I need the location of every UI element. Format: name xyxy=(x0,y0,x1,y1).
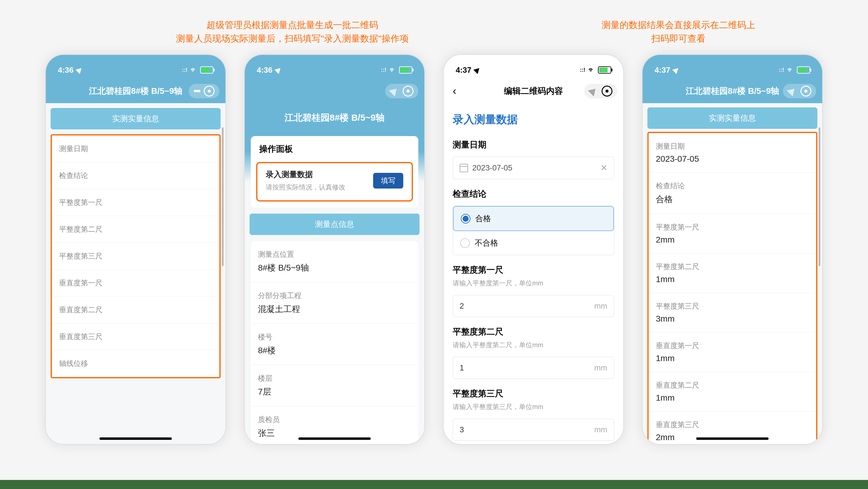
status-time: 4:36 xyxy=(257,65,273,75)
nav-actions[interactable] xyxy=(584,84,617,98)
row-label: 垂直度第二尺 xyxy=(656,380,809,390)
row-value: 8#楼 xyxy=(258,345,411,356)
result-row: 平整度第三尺3mm xyxy=(649,293,816,333)
content: 实测实量信息 测量日期2023-07-05检查结论合格平整度第一尺2mm平整度第… xyxy=(643,103,822,444)
row-label: 垂直度第一尺 xyxy=(656,341,809,350)
phone-4: 4:37 ::!ᯤ 江北碧桂园8#楼 B/5~9轴 实测实量信息 测量日期202… xyxy=(642,54,823,445)
result-row: 检查结论合格 xyxy=(649,173,816,214)
section-header: 测量点信息 xyxy=(250,213,420,235)
phone-2: 4:36 ::!ᯤ 江北碧桂园8#楼 B/5~9轴 操作面板 录入测量数据 请按… xyxy=(244,54,425,445)
send-icon[interactable] xyxy=(588,86,598,96)
f2-value: 1 xyxy=(460,363,594,373)
home-indicator xyxy=(696,437,769,440)
row-label: 测量日期 xyxy=(59,144,212,153)
nav-actions[interactable]: ••• xyxy=(189,84,219,98)
phone-1: 4:36 ::!ᯤ 江北碧桂园8#楼 B/5~9轴 ••• 实测实量信息 测量日… xyxy=(45,54,226,445)
date-label: 测量日期 xyxy=(444,133,623,153)
status-bar: 4:36 ::!ᯤ xyxy=(46,55,225,79)
nav-actions[interactable] xyxy=(783,84,816,98)
form-row: 垂直度第二尺 xyxy=(52,296,219,323)
location-icon xyxy=(673,66,681,74)
info-row: 楼层7层 xyxy=(251,365,418,406)
form-row: 轴线位移 xyxy=(52,350,219,377)
signal-icon: ::! xyxy=(182,67,187,73)
signal-icon: ::! xyxy=(381,67,386,73)
form-row: 平整度第一尺 xyxy=(52,189,219,216)
unit: mm xyxy=(594,425,607,434)
send-icon[interactable] xyxy=(786,86,797,96)
wifi-icon: ᯤ xyxy=(787,66,794,74)
radio-label: 合格 xyxy=(475,213,491,224)
f1-input[interactable]: 2mm xyxy=(453,295,614,317)
form-row: 垂直度第一尺 xyxy=(52,270,219,296)
page-title: 江北碧桂园8#楼 B/5~9轴 xyxy=(245,103,424,130)
nav-actions[interactable] xyxy=(385,84,418,98)
caption-left: 超级管理员根据测量点批量生成一批二维码 测量人员现场实际测量后，扫码填写"录入测… xyxy=(90,18,494,45)
target-icon[interactable] xyxy=(601,86,613,96)
row-label: 平整度第一尺 xyxy=(59,198,212,207)
item-sub: 请按照实际情况，认真修改 xyxy=(266,183,345,192)
clear-icon[interactable]: ✕ xyxy=(600,163,607,173)
location-icon xyxy=(76,66,84,74)
content: 江北碧桂园8#楼 B/5~9轴 操作面板 录入测量数据 请按照实际情况，认真修改… xyxy=(245,103,424,444)
f3-value: 3 xyxy=(460,425,594,434)
result-row: 平整度第一尺2mm xyxy=(649,214,816,253)
row-label: 测量点位置 xyxy=(258,250,411,259)
section-header: 实测实量信息 xyxy=(647,107,817,129)
row-label: 测量日期 xyxy=(656,142,809,151)
result-row: 测量日期2023-07-05 xyxy=(649,133,816,173)
form-title: 录入测量数据 xyxy=(444,103,623,133)
scrollbar[interactable] xyxy=(222,127,224,266)
status-right: ::!ᯤ xyxy=(381,66,412,74)
fill-button[interactable]: 填写 xyxy=(373,173,403,189)
result-row: 垂直度第二尺1mm xyxy=(649,372,816,411)
operation-panel: 操作面板 录入测量数据 请按照实际情况，认真修改 填写 xyxy=(251,136,418,207)
calendar-icon xyxy=(460,164,468,172)
row-label: 垂直度第一尺 xyxy=(59,278,212,288)
f3-input[interactable]: 3mm xyxy=(453,419,614,441)
section-header: 实测实量信息 xyxy=(51,108,221,130)
signal-icon: ::! xyxy=(580,67,585,73)
date-input[interactable]: 2023-07-05 ✕ xyxy=(453,156,614,179)
target-icon[interactable] xyxy=(801,86,811,96)
row-value: 合格 xyxy=(656,194,809,205)
row-value: 1mm xyxy=(656,275,809,284)
panel-title: 操作面板 xyxy=(251,136,418,158)
row-value: 1mm xyxy=(656,353,809,363)
caption-left-l1: 超级管理员根据测量点批量生成一批二维码 xyxy=(90,18,494,32)
send-icon[interactable] xyxy=(389,86,399,96)
more-icon[interactable]: ••• xyxy=(193,86,199,96)
f2-input[interactable]: 1mm xyxy=(453,357,614,379)
status-right: ::!ᯤ xyxy=(580,66,611,74)
radio-fail[interactable]: 不合格 xyxy=(453,231,614,255)
row-label: 平整度第二尺 xyxy=(656,262,809,271)
target-icon[interactable] xyxy=(403,86,413,96)
nav-bar: ‹ 编辑二维码内容 xyxy=(444,79,623,103)
f3-label: 平整度第三尺 xyxy=(444,382,623,402)
target-icon[interactable] xyxy=(204,86,215,96)
battery-icon xyxy=(399,66,412,74)
home-indicator xyxy=(299,437,371,440)
footer-bar xyxy=(0,480,868,489)
f1-label: 平整度第一尺 xyxy=(444,258,623,279)
scrollbar[interactable] xyxy=(818,127,820,266)
row-label: 楼层 xyxy=(258,373,411,383)
status-time: 4:36 xyxy=(58,65,73,75)
row-value: 混凝土工程 xyxy=(258,304,411,315)
status-bar: 4:36 ::!ᯤ xyxy=(245,55,424,79)
info-row: 楼号8#楼 xyxy=(251,324,418,365)
status-bar: 4:37 ::!ᯤ xyxy=(444,55,623,79)
battery-icon xyxy=(797,66,810,74)
row-label: 检查结论 xyxy=(656,181,809,191)
result-row: 垂直度第一尺1mm xyxy=(649,333,816,372)
radio-pass[interactable]: 合格 xyxy=(453,206,614,231)
row-value: 7层 xyxy=(258,386,411,398)
wifi-icon: ᯤ xyxy=(588,66,595,74)
status-right: ::!ᯤ xyxy=(779,66,810,74)
f3-sub: 请输入平整度第三尺，单位mm xyxy=(444,402,623,416)
wifi-icon: ᯤ xyxy=(190,66,197,74)
back-icon[interactable]: ‹ xyxy=(453,85,456,97)
wifi-icon: ᯤ xyxy=(390,66,396,74)
radio-icon xyxy=(460,238,470,248)
location-icon xyxy=(473,66,482,74)
